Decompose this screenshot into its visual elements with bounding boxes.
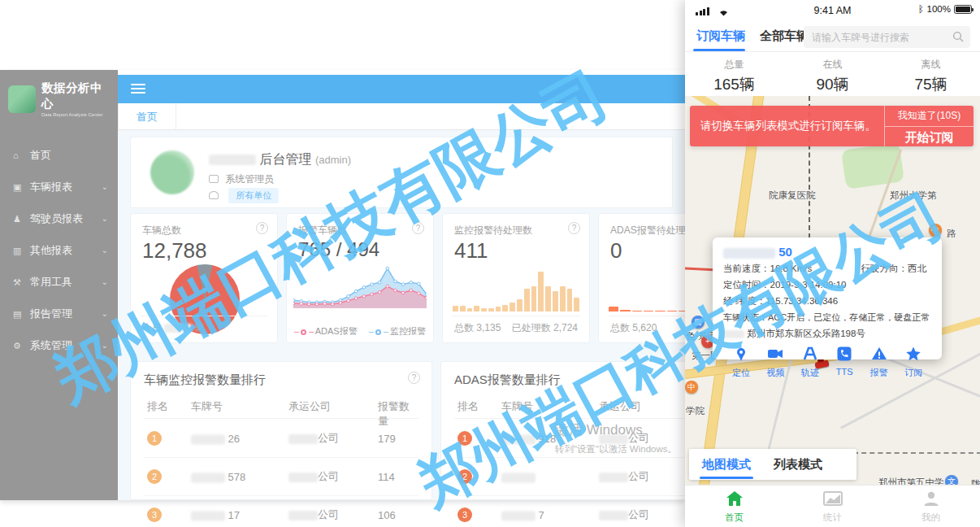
- banner-dismiss-button[interactable]: 我知道了(10S): [885, 106, 973, 127]
- card-title: ADAS报警待处理数: [610, 224, 696, 237]
- sidebar-item-chart[interactable]: ▥其他报表⌄: [0, 234, 118, 266]
- monitor-bar-chart: [453, 266, 579, 311]
- stats-icon: [823, 495, 843, 509]
- action-订阅[interactable]: 订阅: [897, 346, 930, 379]
- banner-message: 请切换车辆列表模式进行订阅车辆。: [690, 106, 884, 146]
- sidebar-item-report[interactable]: ▤报告管理⌄: [0, 298, 118, 329]
- help-icon[interactable]: ?: [408, 372, 420, 384]
- count-cell: 179: [378, 433, 396, 445]
- sidebar: 数据分析中心 Data Report Analysis Center ⌂首页▣车…: [0, 70, 118, 500]
- vehicle-icon: ▣: [13, 172, 24, 203]
- org-badge[interactable]: 所有单位: [228, 188, 279, 203]
- sidebar-item-driver[interactable]: ♟驾驶员报表⌄: [0, 203, 118, 234]
- speed-direction-row: 当前速度：16.8 Km/s 行驶方向：西北: [723, 263, 931, 275]
- video-icon: [767, 351, 783, 364]
- collapse-sidebar-icon[interactable]: [131, 84, 145, 94]
- plate-cell: 26: [191, 433, 240, 445]
- rank-badge: 3: [457, 507, 472, 522]
- help-icon[interactable]: ?: [412, 222, 424, 234]
- avatar: [150, 150, 194, 194]
- table-header: 排名 车牌号 承运公司 报警数量: [144, 399, 418, 419]
- chart-icon: ▥: [13, 235, 24, 267]
- tab-home[interactable]: 首页: [118, 103, 176, 130]
- action-TTS[interactable]: TTS: [828, 346, 861, 379]
- banner-subscribe-button[interactable]: 开始订阅: [885, 127, 973, 147]
- rank-badge: 1: [147, 431, 162, 446]
- company-cell: 公司: [599, 507, 649, 522]
- card-title: 监控报警待处理数: [454, 224, 532, 237]
- app-subtitle: Data Report Analysis Center: [41, 111, 106, 116]
- mobile-tab-bar: 订阅车辆 全部车辆: [685, 21, 980, 52]
- card-title: 报警车辆数: [298, 224, 347, 237]
- battery-percent: 100%: [927, 4, 951, 14]
- mode-active-underline: [700, 477, 753, 479]
- legend-item[interactable]: –– 监控报警: [369, 326, 426, 336]
- bottom-navigation: 首页统计我的: [685, 485, 980, 527]
- action-视频[interactable]: 视频: [759, 346, 791, 379]
- plate-cell: 17: [191, 509, 240, 521]
- action-报警[interactable]: 报警: [863, 346, 895, 379]
- account-id: (admin): [315, 154, 351, 166]
- school-icon: 文: [945, 475, 958, 485]
- nav-首页[interactable]: 首页: [685, 486, 783, 527]
- nav-统计[interactable]: 统计: [783, 486, 882, 527]
- tools-icon: ⚒: [13, 267, 24, 298]
- table-title: 车辆监控报警数量排行: [144, 372, 266, 388]
- popup-action-bar: 定位视频轨迹TTS报警订阅: [723, 346, 931, 379]
- company-cell: 公司: [288, 507, 339, 522]
- list-mode-button[interactable]: 列表模式: [774, 457, 822, 473]
- card-footer: 今日 辆: [142, 321, 205, 335]
- alarm-area-chart: [293, 261, 427, 311]
- chevron-down-icon: ⌄: [102, 266, 108, 298]
- home-icon: [726, 495, 744, 509]
- vehicle-plate: 50: [723, 245, 931, 259]
- map-label: 路: [947, 228, 956, 240]
- screenshot-canvas: 数据分析中心 Data Report Analysis Center ⌂首页▣车…: [0, 0, 980, 527]
- legend-marker-icon: [375, 329, 381, 335]
- report-icon: ▤: [13, 298, 24, 330]
- help-icon[interactable]: ?: [568, 222, 580, 234]
- address-row: 郑州市郑东新区众乐路198号: [723, 328, 931, 340]
- nav-我的[interactable]: 我的: [882, 486, 980, 527]
- rank-badge: 2: [147, 469, 162, 484]
- rank-badge: 1: [457, 431, 472, 446]
- org-icon: [209, 191, 219, 199]
- card-footer-processed: 已处理数 2,724: [512, 321, 578, 335]
- plate-search-input[interactable]: [804, 26, 970, 48]
- windows-activation-watermark: 激活 Windows 转到"设置"以激活 Windows。: [555, 420, 677, 455]
- phone-icon: [836, 351, 852, 364]
- stat-online: 在线90辆: [783, 52, 882, 96]
- stat-card-monitor-pending: 监控报警待处理数 ? 411 总数 3,135 已处理数 2,724: [442, 213, 590, 343]
- tab-subscribed-vehicles[interactable]: 订阅车辆: [696, 28, 745, 44]
- action-定位[interactable]: 定位: [725, 346, 757, 379]
- stat-card-alarm-vehicles: 报警车辆数 ? 765 / 494 –– ADAS报警–– 监控报警: [286, 213, 434, 343]
- sidebar-item-gear[interactable]: ⚙系统管理⌄: [0, 329, 118, 361]
- status-bar: 9:41 AM ᛒ 100%: [685, 0, 980, 21]
- table-row: 3 17公司106: [144, 496, 418, 527]
- map-mode-toggle: 地图模式 列表模式: [689, 449, 856, 480]
- chevron-down-icon: ⌄: [102, 171, 108, 203]
- vehicle-status-row: 车辆状态：ACC开启，已定位，存储正常，硬盘正常，网络信号一般: [723, 311, 931, 324]
- sidebar-menu: ⌂首页▣车辆报表⌄♟驾驶员报表⌄▥其他报表⌄⚒常用工具⌄▤报告管理⌄⚙系统管理⌄: [0, 139, 118, 361]
- tab-all-vehicles[interactable]: 全部车辆: [760, 28, 809, 44]
- metro-icon: 中: [929, 224, 942, 237]
- card-value: 0: [610, 238, 622, 264]
- card-value: 765 / 494: [298, 238, 379, 261]
- museum-icon: ▦: [692, 316, 705, 329]
- legend-item[interactable]: –– ADAS报警: [294, 326, 358, 336]
- help-icon[interactable]: ?: [256, 222, 268, 234]
- sidebar-item-home[interactable]: ⌂首页: [0, 139, 118, 171]
- sidebar-item-vehicle[interactable]: ▣车辆报表⌄: [0, 171, 118, 203]
- search-icon[interactable]: [952, 31, 964, 42]
- page-tab-bar: 首页: [118, 103, 685, 130]
- locate-icon: [733, 351, 749, 364]
- action-轨迹[interactable]: 轨迹: [794, 346, 826, 379]
- map-label: 陇: [971, 478, 980, 485]
- map-mode-button[interactable]: 地图模式: [702, 457, 751, 473]
- chevron-down-icon: ⌄: [102, 203, 108, 234]
- battery-icon: [954, 5, 972, 14]
- sidebar-item-tools[interactable]: ⚒常用工具⌄: [0, 266, 118, 298]
- user-org: 所有单位: [209, 188, 279, 203]
- rank-badge: 2: [457, 469, 472, 484]
- chevron-down-icon: ⌄: [102, 234, 108, 266]
